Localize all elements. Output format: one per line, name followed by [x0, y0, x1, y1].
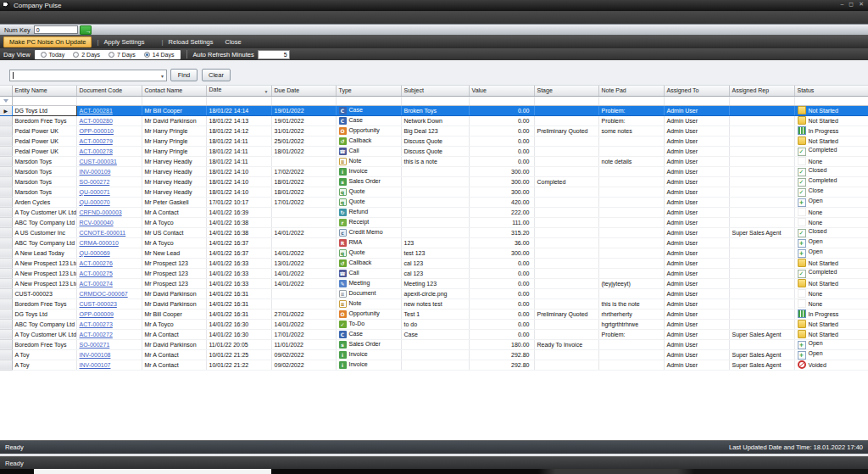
cell-entity: Pedal Power UK	[12, 136, 76, 146]
close-menu-button[interactable]: Close	[225, 38, 242, 46]
num-key-input[interactable]	[34, 25, 78, 34]
close-button[interactable]: ✕	[859, 1, 864, 8]
filter-cell-assigned_to[interactable]	[664, 96, 729, 105]
auto-refresh-input[interactable]	[258, 50, 290, 59]
cell-assigned_rep: Super Sales Agent	[729, 360, 794, 370]
filter-cell-code[interactable]	[76, 96, 142, 105]
clear-button[interactable]: Clear	[202, 69, 231, 81]
document-link[interactable]: ACT-000276	[80, 260, 113, 266]
search-input[interactable]	[14, 71, 161, 80]
document-link[interactable]: CRFND-000003	[80, 209, 122, 215]
table-row[interactable]: Marsdon ToysSO-000272Mr Harvey Headly18/…	[0, 176, 868, 187]
find-button[interactable]: Find	[170, 69, 198, 81]
column-header-status[interactable]: Status	[794, 86, 868, 96]
column-header-contact-name[interactable]: Contact Name	[142, 86, 206, 96]
table-row[interactable]: CUST-000023CRMDOC-000067Mr David Parkins…	[0, 288, 868, 298]
table-row[interactable]: Marsdon ToysCUST-000031Mr Harvey Headly1…	[0, 156, 868, 166]
filter-cell-contact[interactable]	[142, 96, 206, 105]
filter-cell-subject[interactable]	[401, 96, 469, 105]
column-header-date[interactable]: Date▼	[206, 86, 271, 96]
filter-cell-notepad[interactable]	[598, 96, 664, 105]
table-row[interactable]: A Toy Customer UK LtdACT-000272Mr A Cont…	[0, 329, 868, 339]
table-row[interactable]: Pedal Power UKACT-000279Mr Harry Pringle…	[0, 136, 868, 146]
document-link[interactable]: CUST-000023	[80, 301, 117, 307]
table-row[interactable]: Arden CyclesQU-000070Mr Peter Gaskell17/…	[0, 197, 868, 207]
document-link[interactable]: QU-000069	[80, 250, 110, 256]
filter-cell-stage[interactable]	[534, 96, 598, 105]
document-link[interactable]: RCV-000040	[80, 220, 114, 226]
minimize-button[interactable]: –	[840, 1, 843, 8]
filter-cell-entity[interactable]	[12, 96, 76, 105]
cell-type: Opportunity	[336, 125, 401, 136]
document-link[interactable]: ACT-000272	[80, 332, 113, 337]
search-combobox[interactable]: ▾	[9, 70, 167, 81]
document-link[interactable]: INV-000107	[80, 362, 111, 368]
document-link[interactable]: ACT-000281	[80, 108, 113, 114]
document-link[interactable]: ACT-000279	[80, 138, 113, 144]
radio-option-2-days[interactable]: 2 Days	[73, 52, 100, 58]
table-row[interactable]: A New Prospect 123 LtdACT-000276Mr Prosp…	[0, 258, 868, 268]
filter-cell-type[interactable]	[336, 96, 401, 105]
table-row[interactable]: A Toy Customer UK LtdCRFND-000003Mr A Co…	[0, 207, 868, 217]
column-header-due-date[interactable]: Due Date	[271, 86, 336, 96]
document-link[interactable]: QU-000070	[80, 199, 110, 205]
table-row[interactable]: A ToyINV-000108Mr A Contact10/01/22 21:2…	[0, 349, 868, 360]
document-link[interactable]: CRMA-000010	[80, 240, 119, 246]
table-row[interactable]: Boredom Free ToysACT-000280Mr David Park…	[0, 115, 868, 125]
num-key-go-button[interactable]: →	[80, 25, 92, 35]
column-header-assigned-to[interactable]: Assigned To	[664, 86, 729, 96]
radio-option-7-days[interactable]: 7 Days	[108, 52, 136, 58]
column-header-document-code[interactable]: Document Code	[76, 86, 142, 96]
table-row[interactable]: ABC Toy Company LtdACT-000273Mr A Toyco1…	[0, 319, 868, 329]
table-row[interactable]: Marsdon ToysINV-000109Mr Harvey Headly18…	[0, 166, 868, 176]
table-row[interactable]: DG Toys LtdOPP-000009Mr Bill Cooper14/01…	[0, 309, 868, 319]
maximize-button[interactable]: ◻	[849, 1, 854, 8]
column-header-entity-name[interactable]: Entity Name	[12, 86, 76, 96]
document-link[interactable]: INV-000108	[80, 352, 111, 358]
document-link[interactable]: CCNOTE-000011	[80, 230, 126, 236]
column-header-type[interactable]: Type	[336, 86, 401, 96]
document-link[interactable]: ACT-000280	[80, 118, 113, 124]
document-link[interactable]: CUST-000031	[80, 159, 117, 165]
make-pc-noise-button[interactable]: Make PC Noise On Update	[3, 36, 92, 47]
table-row[interactable]: Pedal Power UKACT-000278Mr Harry Pringle…	[0, 146, 868, 156]
table-row[interactable]: Boredom Free ToysCUST-000023Mr David Par…	[0, 298, 868, 309]
document-link[interactable]: ACT-000274	[80, 281, 113, 287]
table-row[interactable]: A ToyINV-000107Mr A Contact10/01/22 21:2…	[0, 360, 868, 370]
radio-option-14-days[interactable]: 14 Days	[144, 52, 175, 58]
filter-cell-assigned_rep[interactable]	[729, 96, 794, 105]
document-link[interactable]: OPP-000009	[80, 311, 114, 317]
document-link[interactable]: ACT-000278	[80, 148, 113, 154]
reload-settings-button[interactable]: Reload Settings	[169, 38, 214, 46]
table-row[interactable]: A New Prospect 123 LtdACT-000274Mr Prosp…	[0, 278, 868, 288]
table-row[interactable]: ABC Toy Company LtdCRMA-000010Mr A Toyco…	[0, 237, 868, 248]
document-link[interactable]: OPP-000010	[80, 128, 114, 134]
document-link[interactable]: SO-000272	[80, 179, 110, 185]
table-row[interactable]: A New Prospect 123 LtdACT-000275Mr Prosp…	[0, 268, 868, 278]
document-link[interactable]: ACT-000275	[80, 270, 113, 276]
radio-option-today[interactable]: Today	[41, 52, 65, 58]
column-header-note-pad[interactable]: Note Pad	[598, 86, 664, 96]
filter-cell-value[interactable]	[469, 96, 534, 105]
table-row[interactable]: ABC Toy Company LtdRCV-000040Mr A Toyco1…	[0, 217, 868, 227]
table-row[interactable]: A US Customer IncCCNOTE-000011Mr US Cont…	[0, 227, 868, 237]
column-header-stage[interactable]: Stage	[534, 86, 598, 96]
document-link[interactable]: SO-000271	[80, 342, 110, 348]
document-link[interactable]: ACT-000273	[80, 321, 113, 327]
filter-cell-status[interactable]	[794, 96, 868, 105]
table-row[interactable]: Marsdon ToysQU-000071Mr Harvey Headly18/…	[0, 187, 868, 197]
table-row[interactable]: ▶DG Toys LtdACT-000281Mr Bill Cooper18/0…	[0, 105, 868, 115]
document-link[interactable]: CRMDOC-000067	[80, 291, 128, 297]
table-row[interactable]: Boredom Free ToysSO-000271Mr David Parki…	[0, 339, 868, 349]
column-header-subject[interactable]: Subject	[401, 86, 469, 96]
column-header-assigned-rep[interactable]: Assigned Rep	[729, 86, 794, 96]
column-header-value[interactable]: Value	[469, 86, 534, 96]
table-row[interactable]: A New Lead TodayQU-000069Mr New Lead14/0…	[0, 248, 868, 258]
document-link[interactable]: QU-000071	[80, 189, 110, 195]
filter-cell-due[interactable]	[271, 96, 336, 105]
table-row[interactable]: Pedal Power UKOPP-000010Mr Harry Pringle…	[0, 125, 868, 136]
chevron-down-icon[interactable]: ▾	[161, 73, 166, 79]
filter-cell-date[interactable]	[206, 96, 271, 105]
document-link[interactable]: INV-000109	[80, 169, 111, 175]
apply-settings-button[interactable]: Apply Settings	[104, 38, 145, 46]
